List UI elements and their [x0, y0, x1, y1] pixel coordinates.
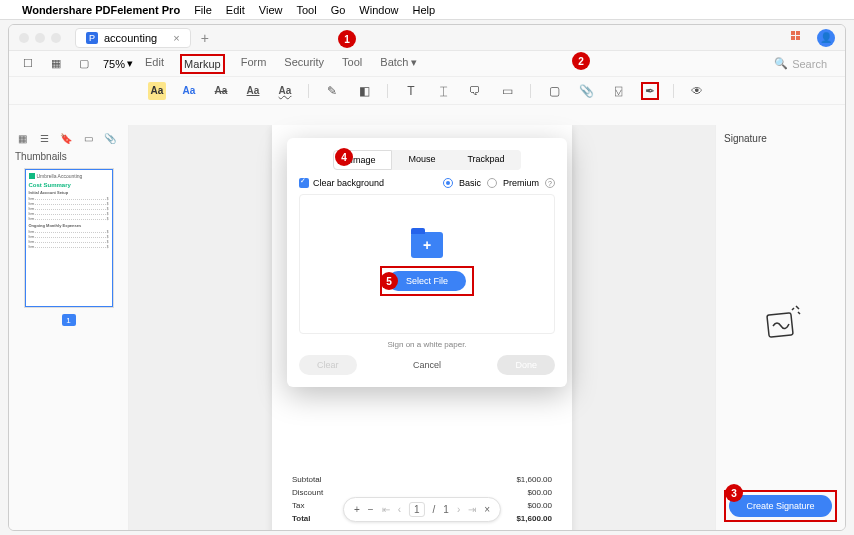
app-name[interactable]: Wondershare PDFelement Pro [22, 4, 180, 16]
thumbnails-panel-icon[interactable]: ▦ [15, 131, 29, 145]
annotation-badge-3: 3 [725, 484, 743, 502]
tab-edit[interactable]: Edit [143, 54, 166, 74]
highlight-icon[interactable]: Aa [148, 82, 166, 100]
left-panel-title: Thumbnails [15, 151, 122, 162]
right-panel: Signature Create Signature [715, 125, 845, 530]
signature-dialog: Image Mouse Trackpad Clear background Ba… [287, 138, 567, 387]
table-row: Subtotal$1,600.00 [292, 473, 552, 486]
menu-tool[interactable]: Tool [296, 4, 316, 16]
annotation-badge-2: 2 [572, 52, 590, 70]
outline-panel-icon[interactable]: ☰ [37, 131, 51, 145]
next-page-icon[interactable]: › [457, 504, 460, 515]
premium-radio[interactable] [487, 178, 497, 188]
apps-grid-icon[interactable] [791, 31, 805, 45]
underline-icon[interactable]: Aa [244, 82, 262, 100]
cancel-button[interactable]: Cancel [413, 360, 441, 370]
menu-edit[interactable]: Edit [226, 4, 245, 16]
document-tab[interactable]: P accounting × [75, 28, 191, 48]
image-drop-zone[interactable]: + Select File [299, 194, 555, 334]
eraser-icon[interactable]: ◧ [355, 82, 373, 100]
menu-window[interactable]: Window [359, 4, 398, 16]
page-number-badge: 1 [62, 314, 76, 326]
attachment-icon[interactable]: 📎 [577, 82, 595, 100]
annotation-badge-5: 5 [380, 272, 398, 290]
page-input[interactable]: 1 [409, 502, 425, 517]
user-avatar[interactable]: 👤 [817, 29, 835, 47]
menu-file[interactable]: File [194, 4, 212, 16]
search-placeholder: Search [792, 58, 827, 70]
annotations-panel-icon[interactable]: ▭ [81, 131, 95, 145]
tab-form[interactable]: Form [239, 54, 269, 74]
stamp-icon[interactable]: ⍌ [609, 82, 627, 100]
page-view-icon[interactable]: ▢ [75, 55, 93, 73]
done-button[interactable]: Done [497, 355, 555, 375]
zoom-value: 75% [103, 58, 125, 70]
menu-go[interactable]: Go [331, 4, 346, 16]
page-total: 1 [443, 504, 449, 515]
basic-radio[interactable] [443, 178, 453, 188]
hide-annotations-icon[interactable]: 👁 [688, 82, 706, 100]
first-page-icon[interactable]: ⇤ [382, 504, 390, 515]
strikethrough-icon[interactable]: Aa [212, 82, 230, 100]
signature-hint: Sign on a white paper. [299, 340, 555, 349]
new-tab-button[interactable]: + [201, 30, 209, 46]
chevron-down-icon: ▾ [127, 57, 133, 70]
bookmark-panel-icon[interactable]: 🔖 [59, 131, 73, 145]
main-toolbar: ☐ ▦ ▢ 75% ▾ Edit Markup Form Security To… [9, 51, 845, 77]
close-nav-button[interactable]: × [484, 504, 490, 515]
svg-rect-1 [796, 31, 800, 35]
markup-toolbar: Aa Aa Aa Aa Aa ✎ ◧ T ⌶ 🗨 ▭ ▢ 📎 ⍌ ✒ 👁 [9, 77, 845, 105]
tab-markup[interactable]: Markup [180, 54, 225, 74]
premium-label: Premium [503, 178, 539, 188]
area-highlight-icon[interactable]: ▭ [498, 82, 516, 100]
left-panel: ▦ ☰ 🔖 ▭ 📎 Thumbnails Umbrella Accounting… [9, 125, 129, 530]
close-tab-icon[interactable]: × [173, 32, 179, 44]
tab-tool[interactable]: Tool [340, 54, 364, 74]
annotation-badge-1: 1 [338, 30, 356, 48]
clear-background-label: Clear background [313, 178, 384, 188]
tab-batch[interactable]: Batch ▾ [378, 54, 419, 74]
signature-illustration-icon [756, 300, 806, 344]
titlebar: P accounting × + 👤 [9, 25, 845, 51]
segment-mouse[interactable]: Mouse [392, 150, 451, 170]
zoom-in-button[interactable]: + [354, 504, 360, 515]
note-icon[interactable]: 🗨 [466, 82, 484, 100]
folder-plus-icon: + [411, 232, 443, 258]
clear-button[interactable]: Clear [299, 355, 357, 375]
svg-rect-3 [796, 36, 800, 40]
squiggly-icon[interactable]: Aa [276, 82, 294, 100]
shape-rect-icon[interactable]: ▢ [545, 82, 563, 100]
search-box[interactable]: 🔍 Search [766, 55, 835, 72]
document-tab-title: accounting [104, 32, 157, 44]
page-thumbnail[interactable]: Umbrella Accounting Cost Summary Initial… [24, 168, 114, 308]
zoom-out-button[interactable]: − [368, 504, 374, 515]
attachments-panel-icon[interactable]: 📎 [103, 131, 117, 145]
search-icon: 🔍 [774, 57, 788, 70]
basic-label: Basic [459, 178, 481, 188]
clear-background-checkbox[interactable] [299, 178, 309, 188]
select-file-button[interactable]: Select File [388, 271, 466, 291]
menu-view[interactable]: View [259, 4, 283, 16]
text-callout-icon[interactable]: ⌶ [434, 82, 452, 100]
segment-trackpad[interactable]: Trackpad [451, 150, 520, 170]
pencil-icon[interactable]: ✎ [323, 82, 341, 100]
text-color-icon[interactable]: Aa [180, 82, 198, 100]
right-panel-title: Signature [724, 133, 837, 144]
signature-icon[interactable]: ✒ [641, 82, 659, 100]
pdf-icon: P [86, 32, 98, 44]
last-page-icon[interactable]: ⇥ [468, 504, 476, 515]
tab-security[interactable]: Security [282, 54, 326, 74]
zoom-dropdown[interactable]: 75% ▾ [103, 57, 133, 70]
prev-page-icon[interactable]: ‹ [398, 504, 401, 515]
traffic-lights[interactable] [19, 33, 61, 43]
page-navigation: + − ⇤ ‹ 1 / 1 › ⇥ × [343, 497, 501, 522]
macos-menubar: Wondershare PDFelement Pro File Edit Vie… [0, 0, 854, 20]
help-icon[interactable]: ? [545, 178, 555, 188]
create-signature-button[interactable]: Create Signature [729, 495, 832, 517]
thumbnails-view-icon[interactable]: ▦ [47, 55, 65, 73]
svg-rect-2 [791, 36, 795, 40]
page-separator: / [433, 504, 436, 515]
textbox-icon[interactable]: T [402, 82, 420, 100]
menu-help[interactable]: Help [412, 4, 435, 16]
sidebar-toggle-icon[interactable]: ☐ [19, 55, 37, 73]
